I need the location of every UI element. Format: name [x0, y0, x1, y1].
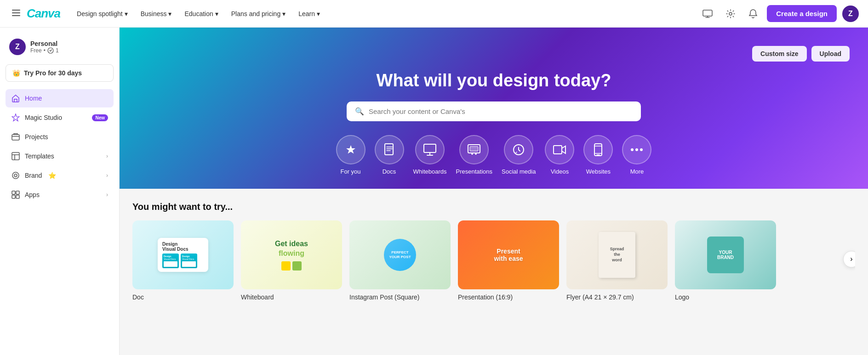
- settings-icon-button[interactable]: [722, 5, 739, 23]
- whiteboard-preview: Get ideas flowing: [275, 239, 308, 270]
- chevron-down-icon: ▾: [168, 10, 171, 17]
- hamburger-menu-button[interactable]: [9, 7, 23, 20]
- nav-education[interactable]: Education ▾: [179, 6, 223, 21]
- category-social-media[interactable]: Social media: [502, 135, 536, 175]
- svg-rect-15: [424, 144, 436, 152]
- whiteboards-icon: [415, 135, 445, 164]
- flyer-preview: Spreadtheword: [599, 232, 635, 278]
- sidebar-item-apps[interactable]: Apps ›: [6, 186, 114, 204]
- chevron-down-icon: ▾: [317, 10, 320, 17]
- category-for-you[interactable]: For you: [336, 135, 365, 175]
- social-media-icon: [504, 135, 533, 164]
- sidebar-item-magic-studio[interactable]: Magic Studio New: [6, 108, 114, 127]
- svg-point-19: [475, 153, 477, 155]
- svg-point-23: [631, 148, 634, 151]
- svg-rect-10: [12, 191, 15, 194]
- card-logo[interactable]: YOURBRAND Logo: [675, 220, 776, 301]
- for-you-icon: [336, 135, 365, 164]
- custom-size-button[interactable]: Custom size: [752, 46, 806, 62]
- monitor-icon-button[interactable]: [699, 6, 716, 22]
- svg-rect-13: [16, 195, 19, 198]
- card-flyer[interactable]: Spreadtheword Flyer (A4 21 × 29.7 cm): [566, 220, 668, 301]
- logo-card-title: Logo: [675, 293, 689, 301]
- notifications-icon-button[interactable]: [745, 5, 761, 23]
- new-badge: New: [92, 114, 108, 121]
- chevron-right-icon: ›: [106, 172, 108, 179]
- search-icon: 🔍: [355, 107, 364, 116]
- home-icon: [11, 94, 20, 103]
- category-whiteboards[interactable]: Whiteboards: [413, 135, 447, 175]
- doc-card-title: Doc: [132, 293, 144, 301]
- nav-learn[interactable]: Learn ▾: [293, 6, 326, 21]
- projects-icon: [11, 132, 20, 141]
- whiteboard-card-title: Whiteboard: [241, 293, 274, 301]
- hero-top-buttons: Custom size Upload: [138, 46, 850, 62]
- nav-left: Canva Design spotlight ▾ Business ▾ Educ…: [9, 6, 326, 21]
- svg-point-24: [635, 148, 638, 151]
- crown-icon: 👑: [12, 69, 20, 77]
- sidebar-item-projects[interactable]: Projects: [6, 128, 114, 146]
- card-whiteboard[interactable]: Get ideas flowing Whiteboard: [241, 220, 342, 301]
- next-cards-button[interactable]: ›: [843, 251, 855, 267]
- svg-rect-3: [703, 10, 712, 16]
- search-input[interactable]: [369, 107, 633, 115]
- main-layout: Z Personal Free • 1 👑 Try Pro for 30 day…: [0, 28, 868, 355]
- user-info: Z Personal Free • 1: [6, 35, 114, 59]
- suggestions-title: You might want to try...: [132, 202, 855, 212]
- instagram-preview: PERFECTYOUR POST: [384, 239, 416, 271]
- templates-icon: [11, 152, 20, 161]
- upload-button[interactable]: Upload: [811, 46, 850, 62]
- user-name: Personal: [30, 40, 59, 47]
- nav-design-spotlight[interactable]: Design spotlight ▾: [71, 6, 133, 21]
- sidebar-item-brand[interactable]: Brand ⭐ ›: [6, 166, 114, 185]
- svg-rect-21: [554, 146, 562, 154]
- sidebar-item-home[interactable]: Home: [6, 89, 114, 107]
- categories: For you Docs Whiteboards: [138, 135, 850, 175]
- svg-rect-6: [12, 135, 19, 140]
- svg-point-8: [12, 172, 19, 179]
- svg-rect-17: [470, 147, 478, 151]
- svg-rect-22: [594, 144, 602, 156]
- instagram-thumbnail: PERFECTYOUR POST: [349, 220, 451, 289]
- logo-thumbnail: YOURBRAND: [675, 220, 776, 289]
- create-design-button[interactable]: Create a design: [767, 5, 837, 22]
- svg-point-25: [640, 148, 643, 151]
- card-doc[interactable]: DesignVisual Docs Design Visual Docs Des…: [132, 220, 234, 301]
- svg-rect-0: [12, 10, 20, 11]
- canva-logo[interactable]: Canva: [27, 6, 60, 21]
- websites-icon: [583, 135, 613, 164]
- chevron-down-icon: ▾: [125, 10, 128, 17]
- doc-thumbnail: DesignVisual Docs Design Visual Docs Des…: [132, 220, 234, 289]
- svg-point-4: [729, 12, 732, 15]
- cards-row: DesignVisual Docs Design Visual Docs Des…: [132, 220, 855, 301]
- hero-banner: Custom size Upload What will you design …: [120, 28, 868, 189]
- svg-rect-12: [12, 195, 15, 198]
- try-pro-button[interactable]: 👑 Try Pro for 30 days: [6, 64, 114, 82]
- category-docs[interactable]: Docs: [375, 135, 404, 175]
- chevron-down-icon: ▾: [215, 10, 218, 17]
- flyer-card-title: Flyer (A4 21 × 29.7 cm): [566, 293, 634, 301]
- sidebar: Z Personal Free • 1 👑 Try Pro for 30 day…: [0, 28, 120, 355]
- hero-title: What will you design today?: [138, 71, 850, 90]
- nav-plans-pricing[interactable]: Plans and pricing ▾: [226, 6, 291, 21]
- avatar[interactable]: Z: [842, 6, 859, 22]
- doc-preview: DesignVisual Docs Design Visual Docs Des…: [158, 238, 208, 272]
- sidebar-item-templates[interactable]: Templates ›: [6, 147, 114, 165]
- presentation-card-title: Presentation (16:9): [458, 293, 513, 301]
- logo-preview: YOURBRAND: [707, 237, 744, 273]
- category-more[interactable]: More: [622, 135, 651, 175]
- presentation-preview: Presentwith ease: [494, 248, 523, 262]
- category-presentations[interactable]: Presentations: [456, 135, 493, 175]
- card-instagram[interactable]: PERFECTYOUR POST Instagram Post (Square): [349, 220, 451, 301]
- user-plan: Free • 1: [30, 47, 59, 54]
- nav-business[interactable]: Business ▾: [135, 6, 177, 21]
- category-websites[interactable]: Websites: [583, 135, 613, 175]
- card-presentation[interactable]: Presentwith ease Presentation (16:9): [458, 220, 559, 301]
- suggestions-section: You might want to try... DesignVisual Do…: [120, 189, 868, 314]
- presentations-icon: [459, 135, 489, 164]
- top-navigation: Canva Design spotlight ▾ Business ▾ Educ…: [0, 0, 868, 28]
- videos-icon: [545, 135, 574, 164]
- category-videos[interactable]: Videos: [545, 135, 574, 175]
- svg-rect-14: [385, 144, 393, 155]
- chevron-right-icon: ›: [106, 153, 108, 159]
